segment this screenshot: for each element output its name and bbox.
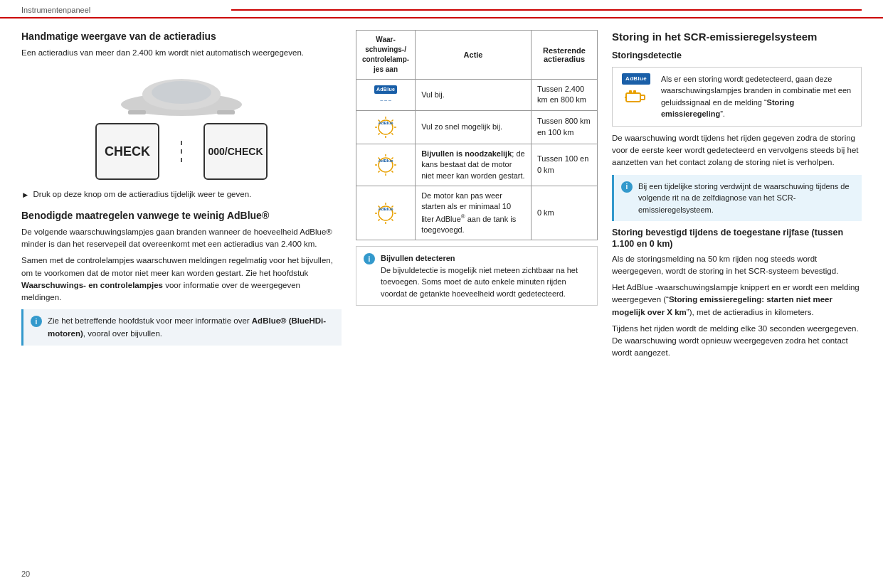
storing-icons: AdBlue	[618, 73, 654, 106]
note-title: Bijvullen detecteren	[381, 254, 455, 262]
right-p1: De waarschuwing wordt tijdens het rijden…	[612, 132, 862, 169]
top-bar: Instrumentenpaneel	[0, 0, 883, 18]
svg-line-32	[391, 219, 393, 220]
storingsdetectie-box: AdBlue Als er een storing wordt gedetect…	[612, 67, 862, 127]
buttons-row: CHECK 000/CHECK	[95, 123, 268, 180]
warning-sun-icon: AdBlue	[374, 115, 398, 139]
svg-line-24	[379, 171, 380, 172]
svg-line-22	[391, 171, 393, 172]
warning-table: Waar-schuwings-/controlelamp-jes aan Act…	[356, 30, 598, 240]
col-header-radius: Resterendeactieradius	[531, 31, 597, 80]
right-subsection1-title: Storingsdetectie	[612, 50, 862, 61]
col-header-action: Actie	[416, 31, 532, 80]
tip-text: Bij een tijdelijke storing verdwijnt de …	[638, 181, 855, 216]
arrow-text: Druk op deze knop om de actieradius tijd…	[33, 188, 251, 201]
svg-rect-35	[626, 93, 640, 102]
adblue-indicator-icon: AdBlue	[622, 73, 650, 85]
section2-title: Benodigde maatregelen vanwege te weinig …	[21, 209, 342, 222]
car-diagram: CHECK 000/CHECK	[21, 68, 342, 180]
right-p4: Tijdens het rijden wordt de melding elke…	[612, 323, 862, 360]
warning-sun-icon-3: AdBlue	[374, 201, 398, 225]
svg-text:AdBlue: AdBlue	[379, 207, 394, 211]
page-section-label: Instrumentenpaneel	[21, 6, 231, 14]
section1-p1: Een actieradius van meer dan 2.400 km wo…	[21, 47, 342, 59]
table-row: AdBlue De motor	[356, 186, 598, 240]
info-box-adblue: i Zie het betreffende hoofdstuk voor mee…	[21, 309, 342, 346]
note-info-icon: i	[364, 253, 375, 264]
engine-warning-icon	[625, 89, 647, 106]
svg-line-14	[379, 133, 380, 134]
arrow-icon: ►	[21, 189, 29, 201]
section2-p2: Samen met de controlelampjes waarschuwen…	[21, 255, 342, 304]
note-box-content: Bijvullen detecteren De bijvuldetectie i…	[381, 252, 590, 299]
000check-button[interactable]: 000/CHECK	[203, 123, 268, 180]
svg-rect-37	[629, 90, 632, 93]
arrow-instruction: ► Druk op deze knop om de actieradius ti…	[21, 188, 342, 201]
middle-column: Waar-schuwings-/controlelamp-jes aan Act…	[356, 30, 598, 364]
icon-cell-1: AdBlue ~ ~ ~	[356, 80, 416, 111]
radius-cell-2: Tussen 800 km en 100 km	[531, 110, 597, 144]
bijvullen-note-box: i Bijvullen detecteren De bijvuldetectie…	[356, 246, 598, 306]
car-silhouette	[117, 68, 245, 117]
radius-cell-3: Tussen 100 en 0 km	[531, 144, 597, 186]
svg-line-34	[379, 219, 380, 220]
section2-p1: De volgende waarschuwingslampjes gaan br…	[21, 226, 342, 251]
tip-box: i Bij een tijdelijke storing verdwijnt d…	[612, 175, 862, 222]
col-header-icon: Waar-schuwings-/controlelamp-jes aan	[356, 31, 416, 80]
radius-cell-4: 0 km	[531, 186, 597, 240]
table-row: AdBlue ~ ~ ~ Vul bij. Tussen 2.400 km en…	[356, 80, 598, 111]
right-p3: Het AdBlue -waarschuwingslampje knippert…	[612, 282, 862, 319]
table-row: AdBlue Bijvulle	[356, 144, 598, 186]
adblue-warn-icon-3: AdBlue	[362, 153, 409, 177]
radius-cell-1: Tussen 2.400 km en 800 km	[531, 80, 597, 111]
icon-cell-2: AdBlue	[356, 110, 416, 144]
check-button[interactable]: CHECK	[95, 123, 159, 180]
right-p2: Als de storingsmelding na 50 km rijden n…	[612, 253, 862, 278]
svg-point-2	[152, 81, 211, 104]
icon-cell-4: AdBlue	[356, 186, 416, 240]
info-box-text: Zie het betreffende hoofdstuk voor meer …	[48, 315, 334, 340]
action-cell-2: Vul zo snel mogelijk bij.	[416, 110, 532, 144]
svg-text:AdBlue: AdBlue	[379, 159, 394, 163]
adblue-icon-1: AdBlue ~ ~ ~	[362, 85, 409, 105]
table-row: AdBlue	[356, 110, 598, 144]
adblue-warn-icon-4: AdBlue	[362, 201, 409, 225]
left-column: Handmatige weergave van de actieradius E…	[21, 30, 342, 364]
action-cell-3: Bijvullen is noodzakelijk; de kans besta…	[416, 144, 532, 186]
button-divider	[181, 141, 182, 162]
storing-description: Als er een storing wordt gedetecteerd, g…	[661, 73, 855, 120]
right-subsection2-title: Storing bevestigd tijdens de toegestane …	[612, 227, 862, 250]
tip-icon: i	[621, 181, 633, 193]
svg-text:AdBlue: AdBlue	[379, 121, 394, 125]
warning-sun-icon-2: AdBlue	[374, 153, 398, 177]
right-column: Storing in het SCR-emissieregelsysteem S…	[612, 30, 862, 364]
action-cell-4: De motor kan pas weer starten als er min…	[416, 186, 532, 240]
top-bar-accent	[231, 9, 862, 11]
info-icon: i	[31, 316, 42, 327]
icon-cell-3: AdBlue	[356, 144, 416, 186]
right-section-title: Storing in het SCR-emissieregelsysteem	[612, 30, 862, 44]
page-number: 20	[21, 570, 30, 578]
svg-rect-38	[633, 90, 636, 93]
note-text: De bijvuldetectie is mogelijk niet metee…	[381, 266, 578, 298]
adblue-warn-icon-2: AdBlue	[362, 115, 409, 139]
section1-title: Handmatige weergave van de actieradius	[21, 30, 342, 43]
svg-line-12	[391, 133, 393, 134]
svg-rect-4	[217, 110, 235, 114]
svg-rect-36	[640, 95, 645, 100]
svg-rect-3	[128, 110, 146, 114]
action-cell-1: Vul bij.	[416, 80, 532, 111]
main-content: Handmatige weergave van de actieradius E…	[0, 18, 883, 375]
